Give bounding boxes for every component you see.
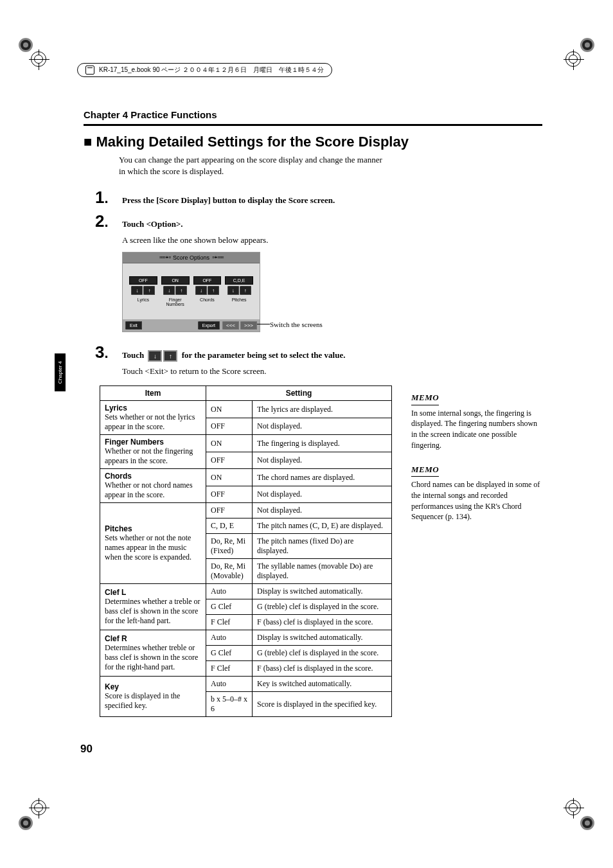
finger-down-icon[interactable]: ↓ (163, 286, 175, 295)
intro-text: You can change the part appearing on the… (119, 154, 389, 177)
lyrics-up-icon[interactable]: ↑ (143, 286, 155, 295)
side-tab: Chapter 4 (55, 353, 66, 391)
step-2-text: Touch <Option>. (122, 219, 183, 229)
table-row: Finger NumbersWhether or not the fingeri… (100, 435, 392, 452)
step-2-sub: A screen like the one shown below appear… (122, 235, 542, 245)
option-lyrics-value[interactable]: OFF (129, 276, 157, 285)
step-3-pre: Touch (122, 350, 146, 360)
print-header-text: KR-17_15_e.book 90 ページ ２００４年１２月６日 月曜日 午後… (99, 66, 324, 75)
item-cell: Clef LDetermines whether a treble or bas… (100, 584, 206, 630)
setting-description: The pitch names (C, D, E) are displayed. (253, 518, 392, 534)
setting-description: Score is displayed in the specified key. (253, 692, 392, 717)
chords-down-icon[interactable]: ↓ (195, 286, 207, 295)
book-icon (85, 66, 94, 75)
print-header: KR-17_15_e.book 90 ページ ２００４年１２月６日 月曜日 午後… (77, 63, 332, 77)
settings-table: Item Setting LyricsSets whether or not t… (100, 385, 392, 717)
registration-mark-icon (578, 35, 597, 55)
setting-description: Key is switched automatically. (253, 677, 392, 692)
step-3: 3. Touch ↓ ↑ for the parameter being set… (84, 342, 542, 362)
registration-mark-icon (16, 813, 35, 833)
section-title: ■ Making Detailed Settings for the Score… (84, 134, 542, 150)
setting-description: The fingering is displayed. (253, 435, 392, 452)
label-pitches: Pitches (225, 297, 253, 306)
step-1: 1. Press the [Score Display] button to d… (84, 188, 542, 208)
setting-value: OFF (206, 503, 253, 518)
up-arrow-icon[interactable]: ↑ (163, 350, 177, 362)
setting-description: Not displayed. (253, 452, 392, 469)
registration-mark-icon (16, 35, 35, 55)
setting-description: Not displayed. (253, 486, 392, 503)
item-name: Key (105, 682, 201, 691)
setting-value: Do, Re, Mi (Movable) (206, 559, 253, 584)
option-pitches-value[interactable]: C,D,E (225, 276, 253, 285)
header-rule (84, 124, 542, 126)
table-row: ChordsWhether or not chord names appear … (100, 469, 392, 486)
table-row: Clef RDetermines whether treble or bass … (100, 630, 392, 646)
setting-description: Not displayed. (253, 503, 392, 518)
setting-description: F (bass) clef is displayed in the score. (253, 615, 392, 630)
setting-description: The pitch names (fixed Do) are displayed… (253, 534, 392, 559)
item-cell: ChordsWhether or not chord names appear … (100, 469, 206, 503)
setting-value: Auto (206, 630, 253, 646)
item-cell: KeyScore is displayed in the specified k… (100, 677, 206, 717)
setting-description: F (bass) clef is displayed in the score. (253, 661, 392, 677)
table-row: Clef LDetermines whether a treble or bas… (100, 584, 392, 599)
item-name: Chords (105, 472, 201, 481)
pitches-up-icon[interactable]: ↑ (240, 286, 251, 295)
next-screen-icon[interactable]: >>> (240, 321, 257, 330)
option-finger-value[interactable]: ON (161, 276, 190, 285)
registration-mark-icon (578, 813, 597, 833)
item-name: Finger Numbers (105, 438, 201, 447)
export-button[interactable]: Export (198, 321, 220, 330)
finger-up-icon[interactable]: ↑ (175, 286, 187, 295)
setting-value: OFF (206, 486, 253, 503)
memo-text-2: Chord names can be displayed in some of … (411, 479, 542, 522)
item-name: Lyrics (105, 403, 201, 412)
score-options-screenshot: ≡≡≡✦≡ Score Options ≡✦≡≡≡ OFF ON OFF C,D… (122, 252, 542, 332)
page-number: 90 (80, 743, 93, 756)
setting-value: ON (206, 469, 253, 486)
setting-description: The lyrics are displayed. (253, 401, 392, 418)
item-desc: Score is displayed in the specified key. (105, 691, 201, 711)
label-finger: Finger Numbers (161, 297, 190, 306)
step-1-text: Press the [Score Display] button to disp… (122, 195, 335, 206)
lyrics-down-icon[interactable]: ↓ (131, 286, 143, 295)
prev-screen-icon[interactable]: <<< (222, 321, 239, 330)
setting-description: The syllable names (movable Do) are disp… (253, 559, 392, 584)
chords-up-icon[interactable]: ↑ (208, 286, 219, 295)
setting-value: Do, Re, Mi (Fixed) (206, 534, 253, 559)
setting-description: The chord names are displayed. (253, 469, 392, 486)
memo-text-1: In some internal songs, the fingering is… (411, 408, 542, 451)
exit-button[interactable]: Exit (125, 321, 142, 330)
item-desc: Whether or not chord names appear in the… (105, 481, 201, 500)
label-chords: Chords (193, 297, 222, 306)
item-name: Pitches (105, 524, 201, 533)
memo-label-2: MEMO (411, 464, 439, 477)
setting-value: G Clef (206, 646, 253, 661)
item-cell: LyricsSets whether or not the lyrics app… (100, 401, 206, 435)
option-chords-value[interactable]: OFF (193, 276, 222, 285)
callout-line (257, 324, 270, 324)
table-row: PitchesSets whether or not the note name… (100, 503, 392, 518)
setting-value: b x 5–0–# x 6 (206, 692, 253, 717)
setting-value: Auto (206, 584, 253, 599)
setting-value: F Clef (206, 615, 253, 630)
setting-value: F Clef (206, 661, 253, 677)
item-name: Clef L (105, 588, 201, 597)
item-desc: Determines whether a treble or bass clef… (105, 597, 201, 626)
item-name: Clef R (105, 634, 201, 643)
step-3-post: for the parameter being set to select th… (182, 350, 346, 360)
setting-value: ON (206, 401, 253, 418)
item-cell: PitchesSets whether or not the note name… (100, 503, 206, 584)
step-2-number: 2 (95, 211, 104, 231)
step-1-number: 1 (95, 188, 104, 207)
pitches-down-icon[interactable]: ↓ (227, 286, 239, 295)
down-arrow-icon[interactable]: ↓ (148, 350, 162, 362)
step-2: 2. Touch <Option>. (84, 211, 542, 231)
setting-description: G (treble) clef is displayed in the scor… (253, 646, 392, 661)
label-lyrics: Lyrics (129, 297, 157, 306)
setting-value: G Clef (206, 599, 253, 615)
chapter-header: Chapter 4 Practice Functions (84, 109, 542, 120)
setting-description: Display is switched automatically. (253, 630, 392, 646)
item-desc: Determines whether treble or bass clef i… (105, 643, 201, 672)
